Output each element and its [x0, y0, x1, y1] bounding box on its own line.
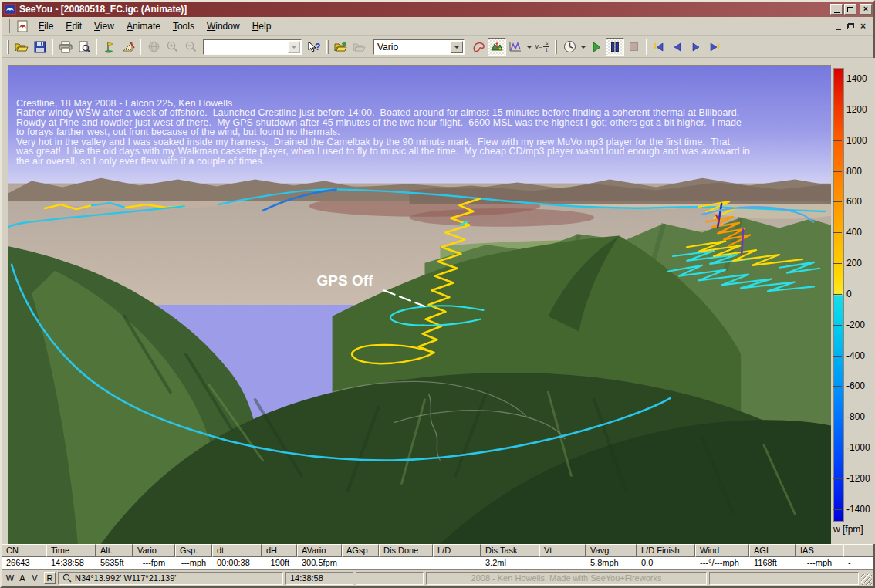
maximize-button[interactable] — [844, 4, 856, 15]
pause-button[interactable] — [606, 38, 624, 56]
table-header-cell[interactable]: Vavg. — [586, 544, 637, 557]
mode-toggle-button[interactable]: V — [29, 573, 40, 584]
print-preview-button[interactable] — [75, 38, 93, 56]
zoom-combo-dropdown[interactable] — [288, 41, 300, 53]
table-header-cell[interactable]: CN — [2, 544, 46, 557]
table-header-cell[interactable]: Time — [46, 544, 96, 557]
toolbar-grip-2[interactable] — [326, 40, 329, 54]
play-icon — [591, 42, 602, 52]
step-back-button[interactable] — [668, 38, 687, 56]
mdi-restore-icon[interactable] — [847, 23, 854, 29]
go-to-end-button[interactable] — [705, 38, 724, 56]
menu-item[interactable]: Window — [201, 19, 246, 34]
close-flight-button[interactable] — [350, 38, 369, 56]
table-header-cell[interactable]: Dis.Done — [379, 544, 433, 557]
minimize-icon — [834, 12, 840, 13]
toolbar-separator — [140, 39, 141, 55]
menu-item[interactable]: View — [88, 19, 120, 34]
table-header-cell[interactable]: Alt. — [96, 544, 133, 557]
table-header-cell[interactable]: dH — [262, 544, 297, 557]
play-button[interactable] — [587, 38, 606, 56]
stop-button[interactable] — [624, 38, 643, 56]
coordinates-panel: N34°13.992' W117°21.139' — [58, 572, 283, 585]
table-value-cell: ---mph — [796, 557, 843, 570]
table-value-cell: 5635ft — [96, 557, 133, 570]
document-icon[interactable] — [16, 20, 29, 33]
context-help-button[interactable]: ? — [305, 38, 323, 56]
open-button[interactable] — [12, 38, 31, 56]
menu-item[interactable]: File — [32, 19, 59, 34]
table-header-cell[interactable]: dt — [212, 544, 262, 557]
table-header-cell[interactable]: AGsp — [342, 544, 379, 557]
open-icon — [15, 41, 29, 53]
minimize-button[interactable] — [830, 4, 843, 15]
table-header-cell[interactable]: Gsp. — [175, 544, 212, 557]
map-3d-view[interactable]: GPS Off Crestline, 18 May 2008 - Falcon … — [8, 65, 831, 544]
mdi-close-icon[interactable]: × — [860, 22, 866, 31]
animation-rate-button[interactable] — [560, 38, 579, 56]
measure-icon — [122, 41, 135, 53]
graph-button[interactable] — [506, 38, 525, 56]
chevron-down-icon — [291, 46, 297, 49]
zoom-in-icon — [167, 41, 178, 52]
mode-toggle-button[interactable]: W — [5, 573, 15, 584]
menu-item[interactable]: Help — [246, 19, 278, 34]
table-header-cell[interactable]: L/D Finish — [637, 544, 695, 557]
help-pointer-icon: ? — [307, 41, 321, 53]
toolbar-grip-1[interactable] — [7, 40, 9, 54]
zoom-in-button[interactable] — [163, 38, 181, 56]
statistics-button[interactable]: v=st — [533, 38, 552, 56]
table-value-cell: 5.8mph — [586, 557, 637, 570]
close-button[interactable]: × — [860, 4, 872, 15]
flight-notes-line: to forays farther west, out front becaus… — [16, 127, 750, 137]
map-region: GPS Off Crestline, 18 May 2008 - Falcon … — [2, 58, 873, 544]
graph-dropdown[interactable] — [525, 39, 533, 56]
table-header-cell[interactable]: L/D — [433, 544, 481, 557]
resize-grip[interactable] — [861, 574, 872, 585]
add-flight-button[interactable] — [332, 38, 350, 56]
save-button[interactable] — [31, 38, 49, 56]
waypoint-button[interactable] — [100, 38, 119, 56]
credit-panel: 2008 - Ken Howells. Made with SeeYou+Fir… — [426, 572, 707, 585]
table-header-cell[interactable]: Vt — [539, 544, 586, 557]
zoom-level-combo[interactable] — [203, 39, 302, 55]
menubar-grip[interactable] — [8, 19, 10, 33]
status-bar: WAV R N34°13.992' W117°21.139' 14:38:58 … — [2, 570, 873, 586]
table-header-cell[interactable]: Wind — [695, 544, 749, 557]
mdi-minimize-icon[interactable] — [836, 29, 841, 30]
table-header-cell[interactable] — [843, 544, 873, 557]
table-header-cell[interactable]: IAS — [796, 544, 843, 557]
menu-item[interactable]: Edit — [59, 19, 88, 34]
table-header-cell[interactable]: AGL — [749, 544, 796, 557]
zoom-out-button[interactable] — [181, 38, 200, 56]
table-value-cell: ---fpm — [133, 557, 175, 570]
table-header-cell[interactable]: AVario — [297, 544, 342, 557]
menu-item[interactable]: Animate — [120, 19, 167, 34]
print-button[interactable] — [56, 38, 75, 56]
go-to-start-button[interactable] — [650, 38, 668, 56]
analysis-parameter-combo[interactable]: Vario — [373, 39, 465, 55]
step-forward-button[interactable] — [687, 38, 705, 56]
table-header-cell[interactable]: Vario — [133, 544, 175, 557]
vario-color-bar — [833, 68, 844, 522]
record-mode-button[interactable]: R — [44, 572, 56, 584]
table-value-cell: 0.0 — [637, 557, 695, 570]
map-3d-button[interactable] — [488, 38, 506, 56]
add-flight-icon — [334, 41, 348, 53]
measure-button[interactable] — [119, 38, 137, 56]
toolbar-grip-3[interactable] — [555, 40, 557, 54]
task-button[interactable] — [469, 38, 488, 56]
menu-item[interactable]: Tools — [167, 19, 201, 34]
animation-rate-dropdown[interactable] — [579, 39, 587, 56]
maximize-icon — [847, 7, 853, 12]
analysis-combo-dropdown[interactable] — [451, 41, 463, 53]
globe-button[interactable] — [144, 38, 163, 56]
status-panel-empty — [356, 572, 424, 585]
flight-notes-line: the air overall, so I only ever flew wit… — [16, 157, 750, 167]
table-header-cell[interactable]: Dis.Task — [481, 544, 539, 557]
stop-icon — [629, 42, 639, 52]
table-value-cell: 190ft — [262, 557, 297, 570]
magnifier-icon[interactable] — [62, 573, 72, 583]
mode-toggle-button[interactable]: A — [17, 573, 28, 584]
scale-unit-label: w [fpm] — [833, 524, 863, 535]
